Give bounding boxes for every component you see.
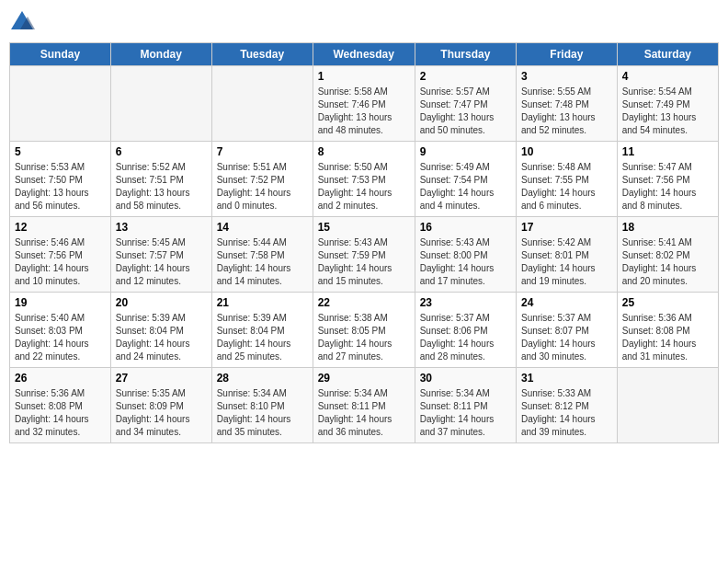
- calendar-cell: 19Sunrise: 5:40 AM Sunset: 8:03 PM Dayli…: [10, 293, 111, 368]
- weekday-header-row: SundayMondayTuesdayWednesdayThursdayFrid…: [10, 43, 719, 66]
- calendar-cell: 4Sunrise: 5:54 AM Sunset: 7:49 PM Daylig…: [617, 66, 718, 142]
- day-number: 11: [622, 145, 713, 158]
- calendar-cell: 8Sunrise: 5:50 AM Sunset: 7:53 PM Daylig…: [313, 142, 415, 217]
- day-info: Sunrise: 5:47 AM Sunset: 7:56 PM Dayligh…: [622, 161, 713, 213]
- weekday-header-friday: Friday: [516, 43, 617, 66]
- calendar-cell: [617, 368, 718, 443]
- calendar-cell: 22Sunrise: 5:38 AM Sunset: 8:05 PM Dayli…: [313, 293, 415, 368]
- calendar-cell: 12Sunrise: 5:46 AM Sunset: 7:56 PM Dayli…: [10, 217, 111, 293]
- calendar-cell: 9Sunrise: 5:49 AM Sunset: 7:54 PM Daylig…: [415, 142, 516, 217]
- day-number: 3: [521, 70, 612, 83]
- calendar-table: SundayMondayTuesdayWednesdayThursdayFrid…: [9, 42, 719, 443]
- calendar-cell: 30Sunrise: 5:34 AM Sunset: 8:11 PM Dayli…: [415, 368, 516, 443]
- day-info: Sunrise: 5:40 AM Sunset: 8:03 PM Dayligh…: [15, 312, 106, 363]
- day-number: 15: [318, 221, 410, 234]
- day-number: 9: [420, 145, 511, 158]
- calendar-cell: 20Sunrise: 5:39 AM Sunset: 8:04 PM Dayli…: [110, 293, 211, 368]
- day-number: 18: [622, 221, 713, 234]
- calendar-cell: 21Sunrise: 5:39 AM Sunset: 8:04 PM Dayli…: [211, 293, 313, 368]
- calendar-cell: 3Sunrise: 5:55 AM Sunset: 7:48 PM Daylig…: [516, 66, 617, 142]
- day-number: 6: [116, 145, 207, 158]
- day-info: Sunrise: 5:37 AM Sunset: 8:06 PM Dayligh…: [420, 312, 511, 363]
- day-info: Sunrise: 5:48 AM Sunset: 7:55 PM Dayligh…: [521, 161, 612, 213]
- day-number: 7: [217, 145, 308, 158]
- weekday-header-saturday: Saturday: [617, 43, 718, 66]
- calendar-week-4: 19Sunrise: 5:40 AM Sunset: 8:03 PM Dayli…: [10, 293, 719, 368]
- calendar-week-3: 12Sunrise: 5:46 AM Sunset: 7:56 PM Dayli…: [10, 217, 719, 293]
- calendar-cell: 14Sunrise: 5:44 AM Sunset: 7:58 PM Dayli…: [211, 217, 313, 293]
- calendar-cell: [10, 66, 111, 142]
- page-header: [9, 9, 719, 35]
- weekday-header-thursday: Thursday: [415, 43, 516, 66]
- day-info: Sunrise: 5:43 AM Sunset: 8:00 PM Dayligh…: [420, 236, 511, 288]
- calendar-cell: 28Sunrise: 5:34 AM Sunset: 8:10 PM Dayli…: [211, 368, 313, 443]
- calendar-cell: 27Sunrise: 5:35 AM Sunset: 8:09 PM Dayli…: [110, 368, 211, 443]
- day-info: Sunrise: 5:50 AM Sunset: 7:53 PM Dayligh…: [318, 161, 410, 213]
- day-number: 19: [15, 296, 106, 309]
- day-info: Sunrise: 5:39 AM Sunset: 8:04 PM Dayligh…: [116, 312, 207, 363]
- day-info: Sunrise: 5:33 AM Sunset: 8:12 PM Dayligh…: [521, 387, 612, 439]
- day-info: Sunrise: 5:51 AM Sunset: 7:52 PM Dayligh…: [217, 161, 308, 213]
- weekday-header-wednesday: Wednesday: [313, 43, 415, 66]
- calendar-cell: 5Sunrise: 5:53 AM Sunset: 7:50 PM Daylig…: [10, 142, 111, 217]
- logo-icon: [9, 9, 35, 35]
- day-number: 13: [116, 221, 207, 234]
- day-number: 10: [521, 145, 612, 158]
- day-info: Sunrise: 5:49 AM Sunset: 7:54 PM Dayligh…: [420, 161, 511, 213]
- day-info: Sunrise: 5:36 AM Sunset: 8:08 PM Dayligh…: [622, 312, 713, 363]
- day-number: 25: [622, 296, 713, 309]
- calendar-cell: 10Sunrise: 5:48 AM Sunset: 7:55 PM Dayli…: [516, 142, 617, 217]
- day-number: 31: [521, 372, 612, 385]
- calendar-cell: 31Sunrise: 5:33 AM Sunset: 8:12 PM Dayli…: [516, 368, 617, 443]
- day-number: 30: [420, 372, 511, 385]
- calendar-week-2: 5Sunrise: 5:53 AM Sunset: 7:50 PM Daylig…: [10, 142, 719, 217]
- calendar-cell: 23Sunrise: 5:37 AM Sunset: 8:06 PM Dayli…: [415, 293, 516, 368]
- calendar-cell: 29Sunrise: 5:34 AM Sunset: 8:11 PM Dayli…: [313, 368, 415, 443]
- calendar-cell: 13Sunrise: 5:45 AM Sunset: 7:57 PM Dayli…: [110, 217, 211, 293]
- calendar-cell: 18Sunrise: 5:41 AM Sunset: 8:02 PM Dayli…: [617, 217, 718, 293]
- day-info: Sunrise: 5:39 AM Sunset: 8:04 PM Dayligh…: [217, 312, 308, 363]
- day-info: Sunrise: 5:52 AM Sunset: 7:51 PM Dayligh…: [116, 161, 207, 213]
- day-info: Sunrise: 5:43 AM Sunset: 7:59 PM Dayligh…: [318, 236, 410, 288]
- calendar-week-5: 26Sunrise: 5:36 AM Sunset: 8:08 PM Dayli…: [10, 368, 719, 443]
- calendar-cell: 26Sunrise: 5:36 AM Sunset: 8:08 PM Dayli…: [10, 368, 111, 443]
- day-info: Sunrise: 5:34 AM Sunset: 8:10 PM Dayligh…: [217, 387, 308, 439]
- day-info: Sunrise: 5:54 AM Sunset: 7:49 PM Dayligh…: [622, 86, 713, 137]
- calendar-cell: [110, 66, 211, 142]
- day-info: Sunrise: 5:34 AM Sunset: 8:11 PM Dayligh…: [318, 387, 410, 439]
- day-number: 29: [318, 372, 410, 385]
- day-number: 14: [217, 221, 308, 234]
- day-info: Sunrise: 5:55 AM Sunset: 7:48 PM Dayligh…: [521, 86, 612, 137]
- day-number: 12: [15, 221, 106, 234]
- day-number: 23: [420, 296, 511, 309]
- day-number: 20: [116, 296, 207, 309]
- day-number: 17: [521, 221, 612, 234]
- weekday-header-tuesday: Tuesday: [211, 43, 313, 66]
- day-number: 5: [15, 145, 106, 158]
- day-number: 22: [318, 296, 410, 309]
- calendar-cell: 6Sunrise: 5:52 AM Sunset: 7:51 PM Daylig…: [110, 142, 211, 217]
- logo: [9, 9, 39, 35]
- calendar-cell: 7Sunrise: 5:51 AM Sunset: 7:52 PM Daylig…: [211, 142, 313, 217]
- day-number: 8: [318, 145, 410, 158]
- weekday-header-monday: Monday: [110, 43, 211, 66]
- day-info: Sunrise: 5:46 AM Sunset: 7:56 PM Dayligh…: [15, 236, 106, 288]
- calendar-cell: [211, 66, 313, 142]
- calendar-cell: 17Sunrise: 5:42 AM Sunset: 8:01 PM Dayli…: [516, 217, 617, 293]
- day-info: Sunrise: 5:58 AM Sunset: 7:46 PM Dayligh…: [318, 86, 410, 137]
- day-info: Sunrise: 5:57 AM Sunset: 7:47 PM Dayligh…: [420, 86, 511, 137]
- calendar-cell: 2Sunrise: 5:57 AM Sunset: 7:47 PM Daylig…: [415, 66, 516, 142]
- day-info: Sunrise: 5:41 AM Sunset: 8:02 PM Dayligh…: [622, 236, 713, 288]
- day-number: 26: [15, 372, 106, 385]
- day-number: 24: [521, 296, 612, 309]
- calendar-week-1: 1Sunrise: 5:58 AM Sunset: 7:46 PM Daylig…: [10, 66, 719, 142]
- day-number: 21: [217, 296, 308, 309]
- day-number: 1: [318, 70, 410, 83]
- day-number: 28: [217, 372, 308, 385]
- day-info: Sunrise: 5:42 AM Sunset: 8:01 PM Dayligh…: [521, 236, 612, 288]
- day-info: Sunrise: 5:36 AM Sunset: 8:08 PM Dayligh…: [15, 387, 106, 439]
- day-info: Sunrise: 5:35 AM Sunset: 8:09 PM Dayligh…: [116, 387, 207, 439]
- day-number: 16: [420, 221, 511, 234]
- calendar-cell: 15Sunrise: 5:43 AM Sunset: 7:59 PM Dayli…: [313, 217, 415, 293]
- day-number: 2: [420, 70, 511, 83]
